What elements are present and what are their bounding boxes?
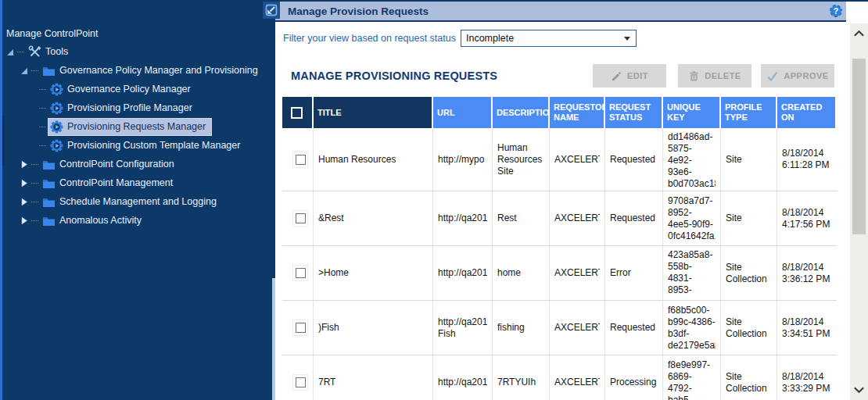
scrollbar-thumb[interactable]	[852, 59, 866, 234]
main-panel: Manage Provision Requests Filter your vi…	[275, 0, 868, 400]
sidebar-item-provisioning-custom-template-manager[interactable]: Provisioning Custom Template Manager	[0, 136, 275, 155]
approve-button-label: APPROVE	[784, 71, 828, 80]
scroll-up-icon[interactable]	[852, 28, 866, 39]
row-checkbox[interactable]	[292, 210, 308, 227]
cell-key: dd1486ad-5875-4e92-93e6-b0d703ac187	[663, 128, 721, 191]
expander-collapsed-icon[interactable]	[20, 160, 28, 169]
panel-titlebar: Manage Provision Requests	[275, 2, 846, 22]
cell-url: http://qa201	[433, 355, 493, 400]
sidebar-item-controlpoint-configuration[interactable]: ControlPoint Configuration	[0, 155, 275, 173]
vertical-scrollbar[interactable]	[850, 23, 868, 400]
provisioning-requests-table: TITLEURLDESCRIPTIONREQUESTOR NAMEREQUEST…	[282, 97, 837, 400]
tree-connector	[31, 202, 38, 202]
cell-profile: Site	[721, 191, 777, 245]
request-status-select[interactable]: Incomplete	[461, 30, 637, 47]
request-status-selected-value: Incomplete	[466, 33, 514, 44]
folder-icon	[42, 214, 56, 227]
column-header[interactable]: CREATED ON	[777, 97, 835, 128]
sidebar-item-governance-policy-manager[interactable]: Governance Policy Manager	[0, 80, 275, 98]
tree-connector	[31, 183, 38, 184]
cell-title: Human Resources	[314, 128, 433, 191]
row-checkbox-cell	[282, 128, 314, 191]
cell-title: )Fish	[314, 301, 433, 355]
sidebar-item-schedule-management-and-logging[interactable]: Schedule Management and Logging	[0, 192, 275, 211]
cell-status: Requested	[605, 128, 663, 191]
folder-icon	[42, 177, 56, 190]
column-header[interactable]: URL	[433, 97, 493, 128]
cell-status: Processing	[605, 355, 663, 400]
sidebar-title-label: Manage ControlPoint	[6, 27, 98, 40]
cell-requestor: AXCELERTES	[550, 246, 605, 300]
cell-status: Requested	[605, 191, 663, 245]
sidebar-item-controlpoint-management[interactable]: ControlPoint Management	[0, 173, 275, 192]
cell-created: 8/18/2014 3:33:29 PM	[777, 355, 835, 400]
column-header[interactable]: UNIQUE KEY	[663, 97, 721, 128]
cell-url: http://qa201	[433, 246, 493, 300]
pencil-icon	[611, 70, 622, 82]
scroll-down-icon[interactable]	[852, 384, 866, 395]
cell-profile: Site Collection	[721, 301, 777, 355]
chevron-down-icon	[624, 37, 630, 41]
expander-expanded-icon[interactable]	[20, 66, 28, 75]
cell-status: Requested	[605, 301, 663, 355]
row-checkbox-cell	[282, 246, 314, 300]
tree-item-label: ControlPoint Configuration	[59, 158, 174, 170]
tree-connector	[31, 164, 38, 165]
edit-button-label: EDIT	[627, 71, 648, 80]
sidebar-item-provisioning-profile-manager[interactable]: Provisioning Profile Manager	[0, 98, 275, 117]
help-icon[interactable]	[829, 4, 843, 18]
row-checkbox-cell	[282, 355, 314, 400]
expander-collapsed-icon[interactable]	[20, 216, 28, 225]
row-checkbox-cell	[282, 191, 314, 245]
row-checkbox[interactable]	[292, 374, 308, 391]
sidebar-item-anomalous-activity[interactable]: Anomalous Activity	[0, 211, 275, 230]
edit-button[interactable]: EDIT	[593, 64, 666, 88]
panel-title: Manage Provision Requests	[288, 5, 429, 17]
sidebar-item-tools[interactable]: Tools	[0, 42, 275, 61]
tree-item-label: Tools	[45, 45, 68, 58]
expander-collapsed-icon[interactable]	[20, 179, 28, 188]
cell-requestor: AXCELERTES	[550, 191, 605, 245]
row-checkbox-box	[296, 155, 306, 165]
column-header[interactable]: TITLE	[314, 97, 433, 128]
tree-item-label: Anomalous Activity	[59, 214, 142, 227]
popout-arrow-icon	[264, 2, 279, 18]
cell-description: Human Resources Site	[493, 128, 550, 191]
table-row: >Homehttp://qa201homeAXCELERTESError423a…	[282, 246, 837, 301]
column-header[interactable]: DESCRIPTION	[493, 97, 550, 128]
approve-button[interactable]: APPROVE	[761, 64, 834, 88]
row-checkbox[interactable]	[292, 265, 308, 281]
tree-connector	[31, 70, 38, 71]
sidebar-item-governance-policy-manager-and-provisioning[interactable]: Governance Policy Manager and Provisioni…	[0, 61, 275, 80]
cell-profile: Site	[721, 128, 777, 191]
expander-expanded-icon[interactable]	[6, 48, 14, 56]
tree-item-label: Provisioning Requests Manager	[67, 120, 206, 133]
cell-key: 423a85a8-558b-4831-8953-05cefe87e114	[663, 246, 721, 300]
column-header[interactable]: REQUEST STATUS	[605, 97, 663, 128]
row-checkbox-box	[296, 377, 306, 388]
column-header[interactable]: PROFILE TYPE	[721, 97, 777, 128]
sidebar-scrollbar-fragment[interactable]	[2, 116, 4, 166]
sidebar-item-provisioning-requests-manager[interactable]: Provisioning Requests Manager	[0, 117, 275, 136]
selected-tree-item[interactable]: Provisioning Requests Manager	[48, 118, 212, 136]
tree-item-label: Governance Policy Manager and Provisioni…	[59, 64, 258, 77]
tools-icon	[28, 45, 41, 59]
popout-button[interactable]	[263, 2, 280, 19]
row-checkbox[interactable]	[292, 152, 308, 168]
cell-created: 8/18/2014 4:17:56 PM	[777, 191, 835, 245]
cell-profile: Site Collection	[721, 246, 777, 300]
table-row: )Fishhttp://qa201 FishfishingAXCELERTESR…	[282, 301, 837, 355]
tree-connector	[39, 145, 46, 146]
expander-collapsed-icon[interactable]	[20, 198, 28, 206]
column-header[interactable]: REQUESTOR NAME	[550, 97, 605, 128]
row-checkbox[interactable]	[292, 320, 308, 336]
select-all-checkbox[interactable]	[291, 107, 303, 119]
row-checkbox-box	[296, 323, 306, 333]
tree-item-label: Schedule Management and Logging	[59, 195, 217, 208]
gear-play-icon	[50, 102, 63, 115]
tree-connector	[39, 108, 46, 109]
window-left-edge	[0, 0, 2, 400]
delete-button[interactable]: DELETE	[678, 64, 751, 88]
tree-connector	[17, 52, 24, 52]
sidebar-right-scroll-strip[interactable]	[272, 278, 275, 400]
